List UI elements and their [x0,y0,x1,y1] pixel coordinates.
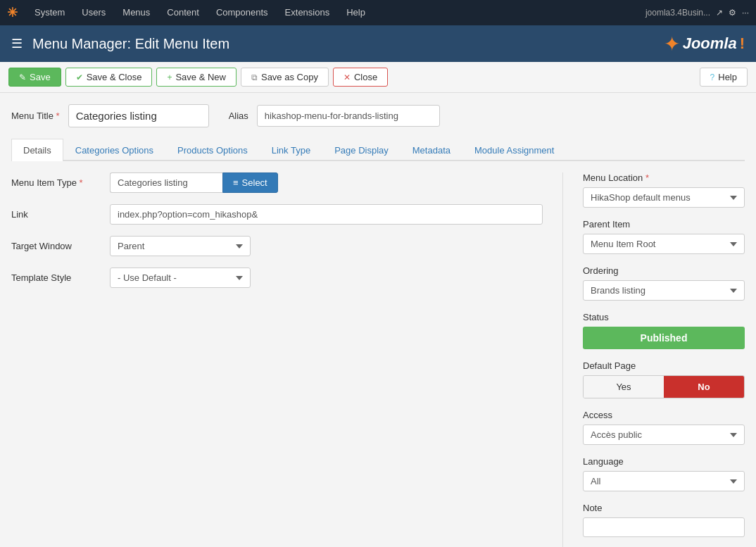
access-label: Access [583,410,745,420]
yes-button[interactable]: Yes [584,376,664,398]
template-style-label: Template Style [11,272,110,283]
parent-item-select[interactable]: Menu Item Root [583,234,745,254]
target-window-control: Parent _blank _self _top [110,236,543,256]
joomla-exclamation: ! [740,34,745,53]
alias-label: Alias [229,111,248,121]
nav-menu: System Users Menus Content Components Ex… [26,0,645,25]
menu-item-type-label: Menu Item Type * [11,177,110,188]
form-right-panel: Menu Location * HikaShop default menus P… [583,172,745,547]
tab-link-type[interactable]: Link Type [260,139,322,161]
template-style-select[interactable]: - Use Default - [110,268,251,288]
external-link-icon[interactable]: ↗ [716,8,723,18]
select-type-button[interactable]: ≡ Select [222,172,278,193]
form-layout: Menu Item Type * Categories listing ≡ Se… [11,172,745,547]
save-button[interactable]: ✎ Save [8,68,61,87]
menu-location-select[interactable]: HikaShop default menus [583,187,745,208]
gear-icon[interactable]: ⚙ [729,8,736,18]
menu-item-type-row: Menu Item Type * Categories listing ≡ Se… [11,172,543,193]
language-label: Language [583,456,745,467]
close-button[interactable]: ✕ Close [333,68,388,87]
nav-components[interactable]: Components [208,0,277,25]
nav-extensions[interactable]: Extensions [277,0,339,25]
form-left-panel: Menu Item Type * Categories listing ≡ Se… [11,172,543,547]
save-close-button[interactable]: ✔ Save & Close [65,68,153,87]
nav-content[interactable]: Content [158,0,208,25]
sidebar-toggle-icon[interactable]: ☰ [11,36,23,51]
list-icon: ≡ [233,177,239,188]
menu-location-field: Menu Location * HikaShop default menus [583,172,745,208]
tab-page-display[interactable]: Page Display [322,139,401,161]
tab-bar: Details Categories Options Products Opti… [11,139,745,161]
menu-item-type-value: Categories listing [110,172,222,193]
menu-type-selector: Categories listing ≡ Select [110,172,543,193]
ordering-field: Ordering Brands listing [583,265,745,301]
template-style-row: Template Style - Use Default - [11,268,543,288]
tab-module-assignment[interactable]: Module Assignment [462,139,566,161]
yes-no-toggle: Yes No [583,375,745,398]
site-name[interactable]: joomla3.4Busin... [645,8,710,18]
content-area: Menu Title * Alias Details Categories Op… [0,93,756,547]
access-select[interactable]: Accès public [583,425,745,445]
top-nav-right: joomla3.4Busin... ↗ ⚙ ··· [645,8,749,18]
status-field: Status Published [583,312,745,349]
status-label: Status [583,312,745,322]
menu-title-row: Menu Title * Alias [11,104,745,127]
plus-icon: + [167,73,172,82]
note-label: Note [583,503,745,513]
required-marker: * [56,111,60,121]
copy-icon: ⧉ [251,73,258,82]
note-input[interactable] [583,517,745,537]
panel-divider [562,172,563,547]
toolbar: ✎ Save ✔ Save & Close + Save & New ⧉ Sav… [0,62,756,93]
no-button[interactable]: No [664,376,744,398]
tab-categories-options[interactable]: Categories Options [63,139,165,161]
link-row: Link [11,204,543,225]
joomla-logo-icon[interactable]: ✳ [7,5,18,20]
target-window-wrapper: Parent _blank _self _top [110,236,251,256]
template-style-control: - Use Default - [110,268,543,288]
nav-help[interactable]: Help [338,0,374,25]
page-title: Menu Manager: Edit Menu Item [32,36,664,52]
save-icon: ✎ [19,73,26,82]
help-button[interactable]: ? Help [700,68,748,87]
menu-title-input[interactable] [68,104,209,127]
target-window-label: Target Window [11,241,110,251]
link-control [110,204,543,225]
close-icon: ✕ [344,73,351,82]
save-copy-button[interactable]: ⧉ Save as Copy [241,68,329,87]
ordering-select[interactable]: Brands listing [583,280,745,301]
template-style-wrapper: - Use Default - [110,268,251,288]
link-label: Link [11,209,110,220]
nav-menus[interactable]: Menus [114,0,158,25]
language-field: Language All [583,456,745,491]
link-input[interactable] [110,204,543,225]
joomla-star-icon: ✦ [664,32,680,56]
nav-users[interactable]: Users [73,0,114,25]
help-icon: ? [710,73,715,82]
target-window-row: Target Window Parent _blank _self _top [11,236,543,256]
alias-input[interactable] [257,105,440,127]
note-field: Note [583,503,745,537]
access-field: Access Accès public [583,410,745,445]
parent-item-label: Parent Item [583,219,745,230]
checkmark-icon: ✔ [76,73,83,82]
joomla-brand-text: Joomla [683,34,737,53]
joomla-brand: ✦ Joomla! [664,32,745,56]
tab-products-options[interactable]: Products Options [165,139,260,161]
status-toggle[interactable]: Published [583,327,745,349]
language-select[interactable]: All [583,471,745,491]
tab-metadata[interactable]: Metadata [401,139,462,161]
default-page-field: Default Page Yes No [583,360,745,398]
parent-item-field: Parent Item Menu Item Root [583,219,745,254]
menu-location-label: Menu Location * [583,172,745,183]
top-navigation: ✳ System Users Menus Content Components … [0,0,756,25]
target-window-select[interactable]: Parent _blank _self _top [110,236,251,256]
tab-details[interactable]: Details [11,139,63,161]
header-bar: ☰ Menu Manager: Edit Menu Item ✦ Joomla! [0,25,756,62]
save-new-button[interactable]: + Save & New [156,68,237,87]
menu-item-type-control: Categories listing ≡ Select [110,172,543,193]
menu-title-label: Menu Title * [11,111,60,121]
default-page-label: Default Page [583,360,745,371]
nav-system[interactable]: System [26,0,73,25]
more-options-icon[interactable]: ··· [742,8,749,18]
